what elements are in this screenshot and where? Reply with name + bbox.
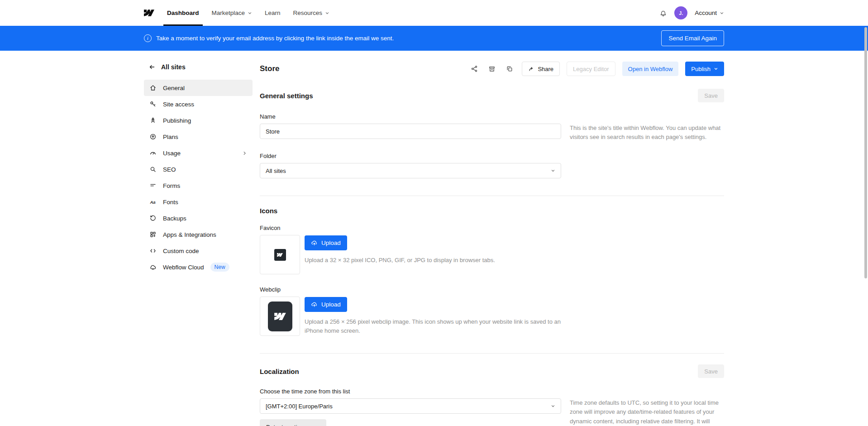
home-icon bbox=[149, 84, 157, 91]
apps-grid-icon bbox=[149, 231, 157, 238]
chevron-down-icon bbox=[325, 11, 329, 15]
svg-text:Aa: Aa bbox=[150, 200, 156, 205]
publish-button[interactable]: Publish bbox=[685, 62, 724, 76]
chevron-down-icon bbox=[720, 11, 724, 15]
localization-save-button[interactable]: Save bbox=[698, 364, 724, 378]
open-in-webflow-button[interactable]: Open in Webflow bbox=[622, 62, 679, 76]
webclip-preview bbox=[260, 297, 300, 336]
upload-label: Upload bbox=[321, 239, 341, 246]
site-name-input[interactable] bbox=[260, 124, 561, 139]
nav-tab-dashboard[interactable]: Dashboard bbox=[161, 0, 205, 26]
favicon-image bbox=[274, 249, 286, 261]
page-title: Store bbox=[260, 64, 279, 73]
icons-heading: Icons bbox=[260, 207, 277, 215]
settings-sidebar: All sites General Site access Publishing… bbox=[144, 61, 253, 426]
sidebar-item-usage[interactable]: Usage bbox=[144, 145, 253, 161]
sidebar-item-webflow-cloud[interactable]: Webflow Cloud New bbox=[144, 259, 253, 275]
code-icon bbox=[149, 247, 157, 254]
name-field-label: Name bbox=[260, 113, 561, 120]
avatar-initials: J. bbox=[679, 10, 683, 16]
top-navigation: Dashboard Marketplace Learn Resources J. bbox=[0, 0, 868, 26]
sidebar-item-forms[interactable]: Forms bbox=[144, 177, 253, 194]
publish-label: Publish bbox=[691, 66, 711, 72]
account-menu[interactable]: Account bbox=[695, 10, 724, 16]
sidebar-item-label: SEO bbox=[163, 166, 176, 173]
sidebar-item-label: General bbox=[163, 85, 185, 91]
archive-icon[interactable] bbox=[486, 63, 497, 74]
sidebar-item-label: Backups bbox=[163, 215, 186, 222]
sidebar-item-label: Forms bbox=[163, 182, 180, 189]
legacy-editor-button[interactable]: Legacy Editor bbox=[567, 62, 615, 76]
general-save-button[interactable]: Save bbox=[698, 89, 724, 102]
upload-cloud-icon bbox=[311, 301, 318, 308]
favicon-label: Favicon bbox=[260, 225, 724, 231]
webclip-help-text: Upload a 256 × 256 pixel webclip image. … bbox=[305, 317, 563, 335]
arrow-up-circle-icon bbox=[149, 133, 157, 140]
timezone-help-text: Time zone defaults to UTC, so setting it… bbox=[570, 378, 722, 426]
general-settings-heading: General settings bbox=[260, 92, 313, 100]
localization-heading: Localization bbox=[260, 368, 299, 375]
timezone-select-value: [GMT+2:00] Europe/Paris bbox=[266, 403, 333, 410]
arrow-left-icon bbox=[148, 63, 156, 71]
sidebar-item-fonts[interactable]: Aa Fonts bbox=[144, 194, 253, 210]
sidebar-item-apps-integrations[interactable]: Apps & Integrations bbox=[144, 226, 253, 243]
chevron-right-icon bbox=[242, 151, 247, 156]
sidebar-item-label: Plans bbox=[163, 134, 178, 140]
share-button[interactable]: Share bbox=[522, 62, 560, 76]
scrollbar-thumb[interactable] bbox=[864, 27, 867, 278]
webclip-label: Webclip bbox=[260, 286, 724, 293]
sidebar-item-custom-code[interactable]: Custom code bbox=[144, 243, 253, 259]
nav-tab-resources-label: Resources bbox=[293, 10, 323, 16]
sidebar-item-backups[interactable]: Backups bbox=[144, 210, 253, 226]
favicon-upload-button[interactable]: Upload bbox=[305, 235, 347, 250]
folder-select[interactable]: All sites bbox=[260, 163, 561, 178]
nav-tab-learn[interactable]: Learn bbox=[258, 0, 287, 26]
sidebar-item-label: Fonts bbox=[163, 199, 178, 206]
back-to-all-sites[interactable]: All sites bbox=[144, 61, 253, 73]
info-icon: i bbox=[144, 34, 152, 42]
chevron-down-icon bbox=[714, 67, 718, 71]
sidebar-item-label: Apps & Integrations bbox=[163, 231, 216, 238]
nav-tab-dashboard-label: Dashboard bbox=[167, 10, 199, 16]
nav-tab-marketplace[interactable]: Marketplace bbox=[205, 0, 259, 26]
timezone-select[interactable]: [GMT+2:00] Europe/Paris bbox=[260, 398, 561, 414]
send-email-again-button[interactable]: Send Email Again bbox=[661, 30, 724, 46]
rocket-icon bbox=[149, 117, 157, 124]
chevron-down-icon bbox=[551, 404, 555, 408]
share-arrow-icon bbox=[528, 66, 534, 72]
section-divider bbox=[260, 196, 724, 196]
fonts-icon: Aa bbox=[149, 198, 157, 206]
favicon-preview bbox=[260, 235, 300, 274]
account-label: Account bbox=[695, 10, 717, 16]
sidebar-item-label: Usage bbox=[163, 150, 181, 157]
sidebar-item-publishing[interactable]: Publishing bbox=[144, 112, 253, 129]
webflow-logo-icon[interactable] bbox=[144, 0, 154, 26]
gauge-icon bbox=[149, 149, 157, 157]
webclip-image bbox=[268, 302, 292, 331]
cloud-icon bbox=[149, 263, 157, 271]
restore-icon bbox=[149, 215, 157, 222]
sidebar-item-site-access[interactable]: Site access bbox=[144, 96, 253, 112]
chevron-down-icon bbox=[248, 11, 252, 15]
duplicate-icon[interactable] bbox=[504, 63, 515, 74]
favicon-help-text: Upload a 32 × 32 pixel ICO, PNG, GIF, or… bbox=[305, 256, 495, 265]
sidebar-item-general[interactable]: General bbox=[144, 80, 253, 96]
banner-message: Take a moment to verify your email addre… bbox=[156, 35, 394, 42]
back-label: All sites bbox=[161, 63, 186, 71]
webclip-upload-button[interactable]: Upload bbox=[305, 297, 347, 312]
upload-label: Upload bbox=[321, 301, 341, 308]
sidebar-item-seo[interactable]: SEO bbox=[144, 161, 253, 177]
notifications-bell-icon[interactable] bbox=[659, 9, 667, 17]
detect-timezone-button[interactable]: Detect my time zone bbox=[260, 419, 326, 426]
nav-tab-marketplace-label: Marketplace bbox=[212, 10, 245, 16]
nav-tab-resources[interactable]: Resources bbox=[287, 0, 336, 26]
search-icon bbox=[149, 166, 157, 173]
nav-tab-learn-label: Learn bbox=[265, 10, 281, 16]
email-verification-banner: i Take a moment to verify your email add… bbox=[0, 26, 868, 51]
user-avatar[interactable]: J. bbox=[674, 6, 687, 19]
sidebar-item-label: Custom code bbox=[163, 248, 199, 254]
sidebar-item-plans[interactable]: Plans bbox=[144, 129, 253, 145]
upload-cloud-icon bbox=[311, 239, 318, 246]
new-badge: New bbox=[210, 263, 229, 272]
transfer-site-icon[interactable] bbox=[469, 63, 480, 74]
